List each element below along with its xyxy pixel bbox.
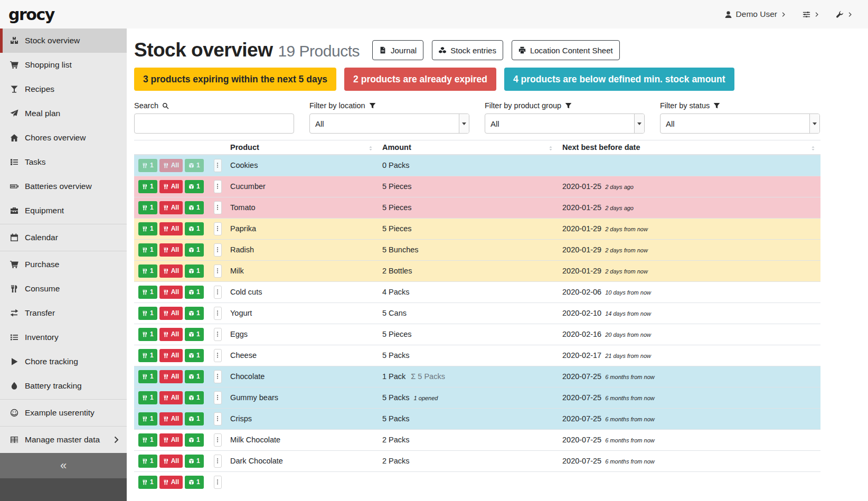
open-one-button[interactable]: 1 xyxy=(185,370,204,383)
user-menu[interactable]: Demo User xyxy=(724,10,787,19)
sidebar-item-chores-overview[interactable]: Chores overview xyxy=(0,126,127,150)
open-one-button[interactable]: 1 xyxy=(185,391,204,404)
consume-one-button[interactable]: 1 xyxy=(138,412,157,426)
sidebar-item-calendar[interactable]: Calendar xyxy=(0,225,127,250)
column-header-best-before-date[interactable]: Next best before date xyxy=(558,140,820,155)
open-one-button[interactable]: 1 xyxy=(185,307,204,320)
row-menu-button[interactable] xyxy=(214,349,222,362)
consume-one-button[interactable]: 1 xyxy=(138,222,157,235)
consume-all-button[interactable]: All xyxy=(159,455,183,468)
sidebar-item-manage-master-data[interactable]: Manage master data xyxy=(0,428,127,452)
sidebar-item-example-userentity[interactable]: Example userentity xyxy=(0,401,127,425)
consume-all-button[interactable]: All xyxy=(159,264,183,278)
consume-all-button[interactable]: All xyxy=(159,349,183,362)
row-menu-button[interactable] xyxy=(214,455,222,468)
sidebar-item-transfer[interactable]: Transfer xyxy=(0,301,127,325)
sidebar-item-tasks[interactable]: Tasks xyxy=(0,150,127,174)
status-badge-expired[interactable]: 2 products are already expired xyxy=(344,68,496,91)
sidebar-item-meal-plan[interactable]: Meal plan xyxy=(0,101,127,126)
consume-all-button[interactable]: All xyxy=(159,476,183,489)
consume-one-button[interactable]: 1 xyxy=(138,264,157,278)
consume-one-button[interactable]: 1 xyxy=(138,180,157,193)
consume-one-button[interactable]: 1 xyxy=(138,391,157,404)
sidebar-item-chore-tracking[interactable]: Chore tracking xyxy=(0,349,127,374)
sidebar-item-consume[interactable]: Consume xyxy=(0,277,127,301)
open-one-button[interactable]: 1 xyxy=(185,180,204,193)
row-menu-button[interactable] xyxy=(214,391,222,404)
consume-one-button[interactable]: 1 xyxy=(138,433,157,447)
consume-one-button[interactable]: 1 xyxy=(138,328,157,341)
consume-all-button[interactable]: All xyxy=(159,307,183,320)
row-menu-button[interactable] xyxy=(214,264,222,278)
sidebar-item-purchase[interactable]: Purchase xyxy=(0,252,127,277)
sidebar-item-stock-overview[interactable]: Stock overview xyxy=(0,29,127,53)
consume-all-button[interactable]: All xyxy=(159,159,183,172)
journal-button[interactable]: Journal xyxy=(372,40,423,60)
consume-all-button[interactable]: All xyxy=(159,433,183,447)
open-one-button[interactable]: 1 xyxy=(185,476,204,489)
sidebar-item-inventory[interactable]: Inventory xyxy=(0,325,127,349)
row-menu-button[interactable] xyxy=(214,286,222,299)
search-input[interactable] xyxy=(134,114,294,134)
consume-all-button[interactable]: All xyxy=(159,201,183,214)
consume-one-button[interactable]: 1 xyxy=(138,370,157,383)
row-menu-button[interactable] xyxy=(214,433,222,447)
row-menu-button[interactable] xyxy=(214,222,222,235)
product-group-filter-select[interactable]: All xyxy=(485,114,645,134)
consume-one-button[interactable]: 1 xyxy=(138,307,157,320)
consume-one-button[interactable]: 1 xyxy=(138,286,157,299)
open-one-button[interactable]: 1 xyxy=(185,286,204,299)
consume-one-button[interactable]: 1 xyxy=(138,476,157,489)
status-badge-below-min-stock[interactable]: 4 products are below defined min. stock … xyxy=(504,68,734,91)
consume-all-button[interactable]: All xyxy=(159,286,183,299)
product-group-filter: Filter by product group All xyxy=(485,101,645,134)
status-filter-select[interactable]: All xyxy=(660,114,820,134)
row-menu-button[interactable] xyxy=(214,412,222,426)
consume-all-button[interactable]: All xyxy=(159,243,183,257)
row-menu-button[interactable] xyxy=(214,307,222,320)
row-menu-button[interactable] xyxy=(214,370,222,383)
consume-all-button[interactable]: All xyxy=(159,391,183,404)
sidebar-collapse-bar[interactable]: « xyxy=(0,453,127,478)
consume-all-button[interactable]: All xyxy=(159,412,183,426)
open-one-button[interactable]: 1 xyxy=(185,349,204,362)
row-menu-button[interactable] xyxy=(214,159,222,172)
row-menu-button[interactable] xyxy=(214,328,222,341)
admin-menu[interactable] xyxy=(836,11,853,18)
stock-entries-button[interactable]: Stock entries xyxy=(432,40,503,60)
sidebar-item-recipes[interactable]: Recipes xyxy=(0,77,127,101)
open-one-button[interactable]: 1 xyxy=(185,264,204,278)
sidebar-item-shopping-list[interactable]: Shopping list xyxy=(0,53,127,77)
open-one-button[interactable]: 1 xyxy=(185,222,204,235)
consume-all-button[interactable]: All xyxy=(159,180,183,193)
consume-one-button[interactable]: 1 xyxy=(138,159,157,172)
open-one-button[interactable]: 1 xyxy=(185,243,204,257)
open-one-button[interactable]: 1 xyxy=(185,455,204,468)
row-menu-button[interactable] xyxy=(214,180,222,193)
open-one-button[interactable]: 1 xyxy=(185,412,204,426)
column-header-product[interactable]: Product xyxy=(226,140,378,155)
row-menu-button[interactable] xyxy=(214,201,222,214)
open-one-button[interactable]: 1 xyxy=(185,201,204,214)
sidebar-item-equipment[interactable]: Equipment xyxy=(0,198,127,223)
consume-all-button[interactable]: All xyxy=(159,222,183,235)
consume-one-button[interactable]: 1 xyxy=(138,455,157,468)
consume-all-button[interactable]: All xyxy=(159,370,183,383)
consume-all-button[interactable]: All xyxy=(159,328,183,341)
open-one-button[interactable]: 1 xyxy=(185,433,204,447)
row-menu-button[interactable] xyxy=(214,476,222,489)
status-badge-expiring[interactable]: 3 products expiring within the next 5 da… xyxy=(134,68,336,91)
consume-one-button[interactable]: 1 xyxy=(138,349,157,362)
app-logo[interactable]: grocy xyxy=(8,5,54,24)
open-one-button[interactable]: 1 xyxy=(185,159,204,172)
sidebar-item-battery-tracking[interactable]: Battery tracking xyxy=(0,374,127,398)
location-content-sheet-button[interactable]: Location Content Sheet xyxy=(512,40,620,60)
sidebar-item-batteries-overview[interactable]: Batteries overview xyxy=(0,174,127,198)
consume-one-button[interactable]: 1 xyxy=(138,201,157,214)
column-header-amount[interactable]: Amount xyxy=(378,140,558,155)
location-filter-select[interactable]: All xyxy=(309,114,469,134)
row-menu-button[interactable] xyxy=(214,243,222,257)
settings-menu[interactable] xyxy=(803,11,820,18)
consume-one-button[interactable]: 1 xyxy=(138,243,157,257)
open-one-button[interactable]: 1 xyxy=(185,328,204,341)
